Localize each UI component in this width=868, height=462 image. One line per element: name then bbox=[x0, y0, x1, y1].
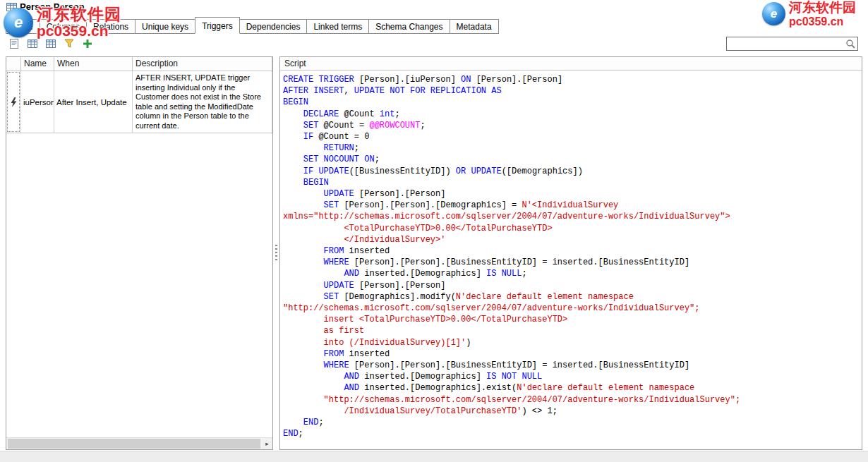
code-line: "http://schemas.microsoft.com/sqlserver/… bbox=[283, 394, 859, 406]
search-icon[interactable] bbox=[845, 39, 856, 49]
code-line: BEGIN bbox=[283, 177, 859, 188]
code-line: /IndividualSurvey/TotalPurchaseYTD') <> … bbox=[283, 406, 859, 417]
code-line: AND inserted.[Demographics] IS NOT NULL bbox=[283, 371, 859, 382]
code-line: SET [Person].[Person].[Demographics] = N… bbox=[283, 200, 859, 211]
code-line: FROM inserted bbox=[283, 245, 859, 257]
script-ddl-icon[interactable] bbox=[8, 37, 20, 49]
tab-metadata[interactable]: Metadata bbox=[450, 19, 499, 34]
search-input[interactable] bbox=[730, 38, 845, 49]
code-line: xmlns="http://schemas.microsoft.com/sqls… bbox=[283, 211, 859, 222]
code-line: WHERE [Person].[Person].[BusinessEntityI… bbox=[283, 360, 859, 371]
column-header-selector[interactable] bbox=[6, 57, 21, 71]
code-line: DECLARE @Count int; bbox=[283, 109, 859, 120]
column-header-description[interactable]: Description bbox=[133, 57, 272, 71]
code-line: IF UPDATE([BusinessEntityID]) OR UPDATE(… bbox=[283, 166, 859, 177]
watermark-right: e 河东软件园 pc0359.cn bbox=[762, 1, 856, 28]
code-line: IF @Count = 0 bbox=[283, 131, 859, 142]
horizontal-scrollbar[interactable]: ▸ bbox=[6, 437, 272, 449]
tab-unique-keys[interactable]: Unique keys bbox=[135, 19, 195, 34]
page-title-text: Person.Person bbox=[20, 1, 85, 12]
watermark-site-name: 河东软件园 bbox=[789, 1, 856, 16]
code-line: as first bbox=[283, 325, 859, 336]
code-line: SET @Count = @@ROWCOUNT; bbox=[283, 120, 859, 131]
filter-icon[interactable] bbox=[63, 37, 75, 49]
script-code[interactable]: CREATE TRIGGER [Person].[iuPerson] ON [P… bbox=[280, 71, 862, 449]
code-line: AND inserted.[Demographics] IS NULL; bbox=[283, 268, 859, 279]
code-line: AND inserted.[Demographics].exist(N'decl… bbox=[283, 382, 859, 394]
scroll-right-arrow-icon[interactable]: ▸ bbox=[262, 438, 272, 449]
tab-columns[interactable]: Columns bbox=[40, 19, 87, 34]
watermark-site-url: pc0359.cn bbox=[789, 16, 856, 28]
code-line: RETURN; bbox=[283, 142, 859, 154]
grid-header-row: Name When Description bbox=[6, 57, 272, 71]
code-line: END; bbox=[283, 417, 859, 428]
trigger-description-cell: AFTER INSERT, UPDATE trigger inserting I… bbox=[133, 71, 272, 133]
table-row[interactable]: iuPersonAfter Insert, UpdateAFTER INSERT… bbox=[6, 71, 272, 133]
table-icon bbox=[6, 2, 17, 12]
code-line: <TotalPurchaseYTD>0.00</TotalPurchaseYTD… bbox=[283, 223, 859, 234]
grid-rows: iuPersonAfter Insert, UpdateAFTER INSERT… bbox=[6, 71, 272, 133]
bottom-strip bbox=[0, 451, 868, 462]
tab-dependencies[interactable]: Dependencies bbox=[239, 19, 308, 34]
trigger-lightning-icon[interactable] bbox=[6, 71, 21, 133]
tab-schema-changes[interactable]: Schema Changes bbox=[368, 19, 450, 34]
code-line: insert <TotalPurchaseYTD>0.00</TotalPurc… bbox=[283, 314, 859, 325]
code-line: SET NOCOUNT ON; bbox=[283, 154, 859, 165]
scrollbar-thumb[interactable] bbox=[8, 439, 260, 449]
grid-columns-icon[interactable] bbox=[44, 37, 56, 49]
add-icon[interactable] bbox=[81, 37, 93, 49]
watermark-logo-letter: e bbox=[771, 7, 777, 21]
code-line: "http://schemas.microsoft.com/sqlserver/… bbox=[283, 303, 859, 314]
code-line: SET [Demographics].modify(N'declare defa… bbox=[283, 291, 859, 303]
code-line: UPDATE [Person].[Person] bbox=[283, 188, 859, 200]
trigger-name-cell: iuPerson bbox=[21, 71, 54, 133]
column-header-when[interactable]: When bbox=[54, 57, 133, 71]
code-line: CREATE TRIGGER [Person].[iuPerson] ON [P… bbox=[283, 74, 859, 85]
splitter-grip-icon bbox=[275, 245, 277, 262]
grid-view-icon[interactable] bbox=[26, 37, 38, 49]
tab-triggers[interactable]: Triggers bbox=[195, 17, 240, 34]
code-line: UPDATE [Person].[Person] bbox=[283, 280, 859, 291]
trigger-when-cell: After Insert, Update bbox=[54, 71, 133, 133]
tab-relations[interactable]: Relations bbox=[86, 19, 135, 34]
tab-strip: TableColumnsRelationsUnique keysTriggers… bbox=[6, 17, 499, 34]
page-title: Person.Person bbox=[6, 1, 85, 13]
column-header-name[interactable]: Name bbox=[21, 57, 54, 71]
watermark-logo-icon: e bbox=[762, 2, 785, 25]
script-panel-header: Script bbox=[280, 57, 862, 71]
script-panel: Script CREATE TRIGGER [Person].[iuPerson… bbox=[279, 56, 862, 450]
code-line: END; bbox=[283, 428, 859, 439]
code-line: FROM inserted bbox=[283, 348, 859, 360]
search-box[interactable] bbox=[726, 37, 858, 51]
code-line: </IndividualSurvey>' bbox=[283, 234, 859, 245]
code-line: WHERE [Person].[Person].[BusinessEntityI… bbox=[283, 257, 859, 268]
code-line: BEGIN bbox=[283, 97, 859, 108]
tab-linked-terms[interactable]: Linked terms bbox=[306, 19, 369, 34]
toolbar bbox=[8, 37, 93, 49]
triggers-grid-panel: Name When Description iuPersonAfter Inse… bbox=[6, 56, 273, 450]
code-line: into (/IndividualSurvey)[1]') bbox=[283, 337, 859, 348]
tab-table[interactable]: Table bbox=[6, 19, 40, 34]
code-line: AFTER INSERT, UPDATE NOT FOR REPLICATION… bbox=[283, 85, 859, 97]
panel-splitter[interactable] bbox=[273, 56, 279, 450]
